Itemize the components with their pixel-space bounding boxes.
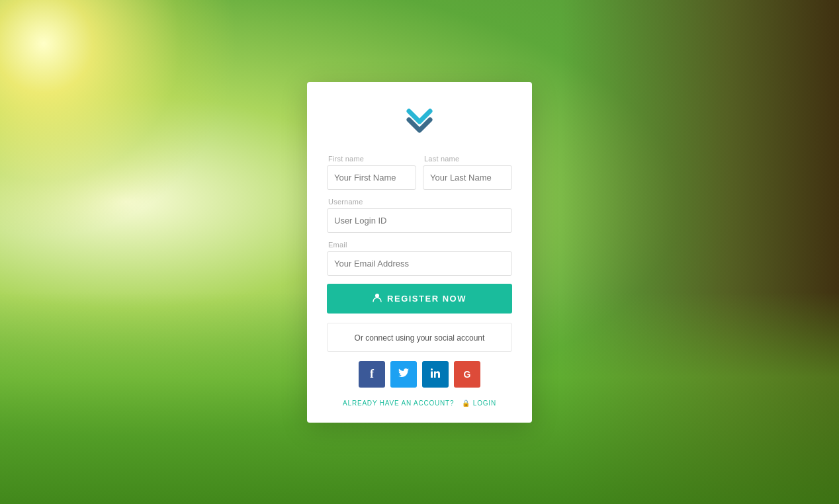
last-name-group: Last name bbox=[423, 155, 512, 190]
login-prefix: ALREADY HAVE AN ACCOUNT? bbox=[343, 399, 454, 407]
google-icon: G bbox=[464, 369, 471, 380]
facebook-icon: f bbox=[370, 367, 374, 381]
svg-rect-1 bbox=[431, 371, 433, 378]
last-name-label: Last name bbox=[424, 155, 512, 163]
twitter-icon bbox=[398, 368, 409, 380]
social-buttons-row: f G bbox=[359, 361, 480, 388]
registration-card: First name Last name Username Email bbox=[307, 82, 532, 423]
name-row: First name Last name bbox=[327, 155, 512, 190]
login-link[interactable]: ALREADY HAVE AN ACCOUNT? 🔒 LOGIN bbox=[343, 399, 496, 407]
app-logo bbox=[402, 102, 437, 136]
twitter-button[interactable] bbox=[390, 361, 417, 388]
linkedin-button[interactable] bbox=[422, 361, 449, 388]
social-divider: Or connect using your social account bbox=[327, 323, 512, 352]
logo-area bbox=[402, 102, 437, 136]
google-button[interactable]: G bbox=[454, 361, 480, 388]
last-name-input[interactable] bbox=[423, 165, 512, 190]
email-group: Email bbox=[327, 241, 512, 276]
first-name-label: First name bbox=[328, 155, 416, 163]
username-input[interactable] bbox=[327, 208, 512, 233]
first-name-group: First name bbox=[327, 155, 416, 190]
register-label: REGISTER NOW bbox=[387, 294, 466, 304]
social-divider-text: Or connect using your social account bbox=[355, 333, 485, 343]
username-row: Username bbox=[327, 198, 512, 233]
svg-point-2 bbox=[431, 368, 433, 370]
facebook-button[interactable]: f bbox=[359, 361, 385, 388]
login-text: LOGIN bbox=[473, 399, 496, 407]
register-button[interactable]: REGISTER NOW bbox=[327, 284, 512, 314]
email-row: Email bbox=[327, 241, 512, 276]
email-label: Email bbox=[328, 241, 512, 249]
svg-point-0 bbox=[375, 294, 379, 298]
username-label: Username bbox=[328, 198, 512, 206]
linkedin-icon bbox=[431, 368, 440, 380]
email-input[interactable] bbox=[327, 251, 512, 276]
username-group: Username bbox=[327, 198, 512, 233]
register-icon bbox=[373, 293, 382, 304]
lock-icon: 🔒 bbox=[462, 399, 470, 407]
first-name-input[interactable] bbox=[327, 165, 416, 190]
